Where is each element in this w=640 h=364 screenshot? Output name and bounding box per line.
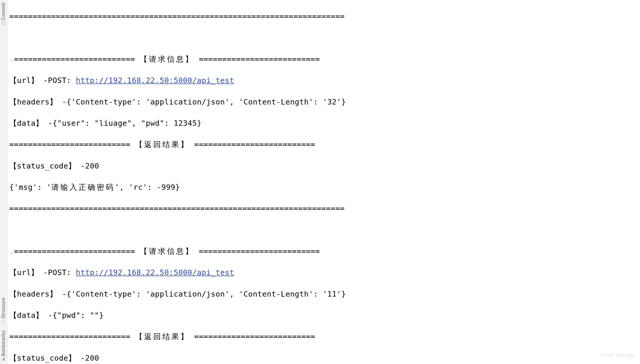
headers-line: 【headers】 -{'Content-type': 'application…	[9, 97, 638, 107]
blank-line	[9, 225, 638, 235]
blank-line	[9, 33, 638, 43]
console-output: ========================================…	[7, 0, 640, 364]
response-header: ========================== 【返回结果】 ======…	[9, 139, 638, 150]
bookmarks-icon: ◧	[1, 358, 6, 362]
tool-structure[interactable]: ▭ Structure	[0, 296, 7, 325]
tool-bookmarks[interactable]: ◧ Bookmarks	[0, 329, 7, 363]
console-panel[interactable]: ========================================…	[7, 0, 640, 364]
data-line: 【data】 -{"user": "liuage", "pwd": 12345}	[9, 118, 638, 129]
structure-icon: ▭	[1, 320, 6, 324]
response-header: ========================== 【返回结果】 ======…	[9, 331, 638, 342]
url-line: 【url】 -POST: http://192.168.22.50:5000/a…	[9, 267, 638, 278]
separator-line: ========================================…	[9, 11, 638, 22]
request-header: ..========================== 【请求信息】 ====…	[9, 54, 638, 65]
block-footer: ========================================…	[9, 203, 638, 214]
url-line: 【url】 -POST: http://192.168.22.50:5000/a…	[9, 75, 638, 86]
body-line: {'msg': '请输入正确密码', 'rc': -999}	[9, 182, 638, 193]
url-link[interactable]: http://192.168.22.50:5000/api_test	[76, 76, 234, 85]
tool-structure-label: Structure	[0, 298, 7, 319]
tool-commit[interactable]: ◯ Commit	[0, 1, 7, 27]
data-line: 【data】 -{"pwd": ""}	[9, 310, 638, 321]
ide-sidebar: ◯ Commit ▭ Structure ◧ Bookmarks	[0, 0, 7, 364]
status-line: 【status_code】 -200	[9, 161, 638, 171]
url-link[interactable]: http://192.168.22.50:5000/api_test	[76, 268, 234, 277]
commit-icon: ◯	[1, 21, 6, 25]
request-header: .========================== 【请求信息】 =====…	[9, 246, 638, 257]
headers-line: 【headers】 -{'Content-type': 'application…	[9, 289, 638, 299]
status-line: 【status_code】 -200	[9, 353, 638, 363]
tool-commit-label: Commit	[0, 3, 7, 20]
tool-bookmarks-label: Bookmarks	[0, 331, 7, 356]
